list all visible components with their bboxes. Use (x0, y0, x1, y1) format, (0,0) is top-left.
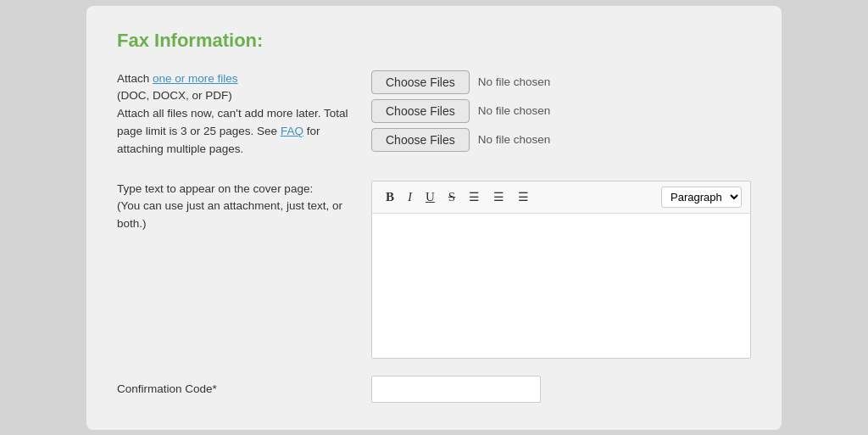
file-status-3: No file chosen (478, 133, 551, 146)
strikethrough-button[interactable]: S (443, 187, 460, 207)
file-inputs-list: Choose Files No file chosen Choose Files… (371, 70, 751, 152)
align-left-button[interactable]: ☰ (464, 187, 485, 206)
confirmation-input[interactable] (371, 376, 541, 403)
paragraph-select[interactable]: Paragraph Heading 1 Heading 2 Heading 3 (661, 187, 742, 208)
editor-container: B I U S ☰ ☰ ☰ Paragraph Heading 1 Headin… (371, 181, 751, 359)
align-center-button[interactable]: ☰ (488, 187, 509, 206)
confirmation-label: Confirmation Code* (117, 382, 354, 395)
file-status-1: No file chosen (478, 75, 551, 88)
bold-button[interactable]: B (381, 187, 399, 207)
attach-format-text: (DOC, DOCX, or PDF) (117, 89, 232, 102)
attach-section: Attach one or more files (DOC, DOCX, or … (117, 70, 751, 164)
italic-button[interactable]: I (403, 187, 417, 207)
choose-files-button-3[interactable]: Choose Files (371, 128, 470, 152)
file-status-2: No file chosen (478, 104, 551, 117)
choose-files-button-1[interactable]: Choose Files (371, 70, 470, 94)
file-row-3: Choose Files No file chosen (371, 128, 751, 152)
attach-label: Attach one or more files (DOC, DOCX, or … (117, 70, 354, 164)
choose-files-button-2[interactable]: Choose Files (371, 99, 470, 123)
editor-toolbar: B I U S ☰ ☰ ☰ Paragraph Heading 1 Headin… (372, 181, 750, 214)
file-row-2: Choose Files No file chosen (371, 99, 751, 123)
align-right-button[interactable]: ☰ (513, 187, 534, 206)
file-row-1: Choose Files No file chosen (371, 70, 751, 94)
attach-prefix: Attach (117, 72, 153, 85)
rich-text-editor: B I U S ☰ ☰ ☰ Paragraph Heading 1 Headin… (371, 181, 751, 359)
faq-link[interactable]: FAQ (281, 125, 303, 137)
file-inputs-container: Choose Files No file chosen Choose Files… (371, 70, 751, 164)
page-title: Fax Information: (117, 30, 751, 52)
editor-section: Type text to appear on the cover page:(Y… (117, 181, 751, 359)
fax-info-card: Fax Information: Attach one or more file… (86, 6, 782, 430)
confirmation-row: Confirmation Code* (117, 376, 751, 403)
underline-button[interactable]: U (420, 187, 440, 207)
one-or-more-files-link[interactable]: one or more files (153, 72, 238, 85)
editor-label: Type text to appear on the cover page:(Y… (117, 181, 354, 359)
editor-body[interactable] (372, 214, 750, 358)
